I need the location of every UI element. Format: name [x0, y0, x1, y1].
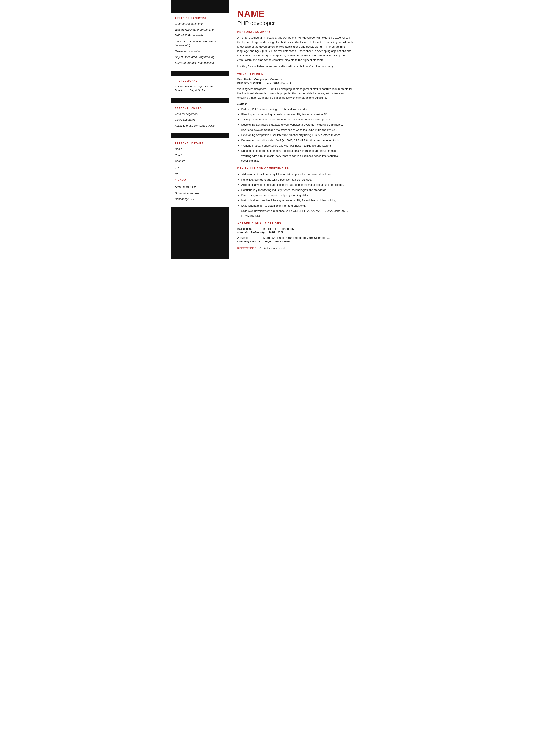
professional-list: ICT Professional - Systems and Principle… [175, 85, 224, 93]
list-item: Nationality: USA [175, 197, 224, 201]
list-item: Able to clearly communicate technical da… [241, 182, 356, 187]
uni-line-2: Coventry Central College 2013 - 2015 [238, 240, 356, 243]
list-item: Driving license: Yes [175, 191, 224, 195]
duties-list: Building PHP websites using PHP based fr… [238, 107, 356, 163]
sidebar-top-space [171, 0, 229, 13]
personal-details-heading: PERSONAL DETAILS [175, 142, 224, 145]
list-item: Building PHP websites using PHP based fr… [241, 107, 356, 112]
academic-section: ACADEMIC QUALIFICATIONS BSc (Hons) Infor… [238, 222, 356, 243]
list-item: Working with a multi-disciplinary team t… [241, 154, 356, 163]
degree-line-2: A levels: Maths (A) English (B) Technolo… [238, 236, 356, 239]
list-item: M: 0 [175, 172, 224, 176]
sidebar-gap [171, 98, 229, 103]
degree-line-1: BSc (Hons) Information Technology [238, 227, 356, 230]
key-skills-heading: KEY SKILLS AND COMPETENCIES [238, 167, 356, 170]
work-dates: June 2018 - Present [266, 81, 291, 85]
list-item: E: EMAIL [175, 178, 224, 182]
institution-2: Coventry Central College [238, 240, 271, 243]
list-item: Developing advanced database driven webs… [241, 122, 356, 127]
list-item: ICT Professional - Systems and Principle… [175, 85, 224, 93]
institution-1: Nuneaton University [238, 231, 265, 234]
list-item: Developing web sites using MySQL, PHP, A… [241, 138, 356, 143]
list-item: PHP MVC Frameworks [175, 34, 224, 38]
main-content: NAME PHP developer PERSONAL SUMMARY A hi… [229, 0, 365, 258]
sidebar: AREAS OF EXPERTISE Commercial experience… [171, 0, 229, 258]
list-item: Web developing / programming [175, 28, 224, 32]
list-item: CMS implementation (WordPress, Joomla, e… [175, 40, 224, 47]
personal-summary-section: PERSONAL SUMMARY A highly resourceful, i… [238, 30, 356, 69]
uni-line-1: Nuneaton University 2015 - 2018 [238, 231, 356, 234]
key-skills-section: KEY SKILLS AND COMPETENCIES Ability to m… [238, 167, 356, 218]
list-item: Proactive, confident and with a positive… [241, 177, 356, 182]
list-item: Road [175, 153, 224, 157]
list-item: Planning and conducting cross-browser us… [241, 112, 356, 117]
skills-list: Ability to multi-task, react quickly to … [238, 172, 356, 218]
list-item: Developing compatible User Interface fun… [241, 133, 356, 138]
summary-paragraph-2: Looking for a suitable developer positio… [238, 64, 356, 69]
list-item: Time management [175, 112, 224, 116]
list-item: Methodical yet creative & having a prove… [241, 198, 356, 203]
summary-paragraph-1: A highly resourceful, innovative, and co… [238, 36, 356, 63]
list-item: Excellent attention to detail both front… [241, 203, 356, 208]
list-item: DOB: 12/09/1995 [175, 186, 224, 189]
list-item: Testing and validating work produced as … [241, 117, 356, 122]
academic-entry-1: BSc (Hons) Information Technology Nuneat… [238, 227, 356, 234]
work-role-line: PHP DEVELOPER June 2018 - Present [238, 81, 356, 85]
list-item: Name [175, 147, 224, 151]
professional-section: PROFESSIONAL ICT Professional - Systems … [171, 76, 229, 98]
candidate-name: NAME [238, 9, 356, 19]
list-item: Ability to multi-task, react quickly to … [241, 172, 356, 177]
academic-entry-2: A levels: Maths (A) English (B) Technolo… [238, 236, 356, 243]
personal-details-section: PERSONAL DETAILS Name Road Country T: 0 … [171, 138, 229, 207]
sidebar-gap [171, 71, 229, 76]
list-item: Goals orientated [175, 118, 224, 122]
personal-skills-list: Time management Goals orientated Ability… [175, 112, 224, 128]
list-item: Server administration [175, 49, 224, 53]
work-experience-section: WORK EXPERIENCE Web Design Company – Cov… [238, 73, 356, 163]
list-item: Possessing all-round analysis and progra… [241, 193, 356, 198]
references-heading: REFERENCES [238, 247, 257, 250]
list-item: Solid web development experience using O… [241, 209, 356, 218]
list-item: Ability to grasp concepts quickly [175, 124, 224, 127]
sidebar-gap [171, 133, 229, 138]
work-experience-heading: WORK EXPERIENCE [238, 73, 356, 76]
degree-subject-2: Maths (A) English (B) Technology (B) Sci… [263, 236, 356, 239]
work-description: Working with designers, Front End and pr… [238, 87, 356, 100]
academic-heading: ACADEMIC QUALIFICATIONS [238, 222, 356, 225]
resume-page: AREAS OF EXPERTISE Commercial experience… [171, 0, 365, 258]
years-1: 2015 - 2018 [268, 231, 283, 234]
degree-label-2: A levels: [238, 236, 257, 239]
list-item: Documenting features, technical specific… [241, 148, 356, 153]
areas-heading: AREAS OF EXPERTISE [175, 17, 224, 19]
job-title: PHP developer [238, 20, 356, 27]
years-2: 2013 - 2015 [275, 240, 290, 243]
references-text: – Available on request. [257, 247, 286, 250]
list-item: Continuously monitoring industry trends,… [241, 188, 356, 192]
sidebar-bottom [171, 207, 229, 258]
personal-summary-heading: PERSONAL SUMMARY [238, 30, 356, 33]
areas-list: Commercial experience Web developing / p… [175, 22, 224, 65]
list-item: Country [175, 159, 224, 163]
degree-label-1: BSc (Hons) [238, 227, 257, 230]
degree-subject-1: Information Technology [263, 227, 356, 230]
company-name: Web Design Company – Coventry [238, 78, 356, 81]
list-item: Software graphics manipulation [175, 61, 224, 65]
areas-of-expertise-section: AREAS OF EXPERTISE Commercial experience… [171, 13, 229, 71]
professional-heading: PROFESSIONAL [175, 80, 224, 82]
list-item: Back end development and maintenance of … [241, 127, 356, 132]
list-item: Object Orientated Programming [175, 55, 224, 59]
personal-details-list: Name Road Country T: 0 M: 0 E: EMAIL DOB… [175, 147, 224, 201]
list-item: T: 0 [175, 166, 224, 170]
list-item: Commercial experience [175, 22, 224, 26]
list-item: Working in a data analyst role and with … [241, 143, 356, 148]
personal-skills-section: PERSONAL SKILLS Time management Goals or… [171, 103, 229, 134]
work-role-title: PHP DEVELOPER [238, 81, 261, 85]
duties-label: Duties: [238, 102, 356, 106]
references-section: REFERENCES – Available on request. [238, 247, 356, 250]
personal-skills-heading: PERSONAL SKILLS [175, 107, 224, 109]
